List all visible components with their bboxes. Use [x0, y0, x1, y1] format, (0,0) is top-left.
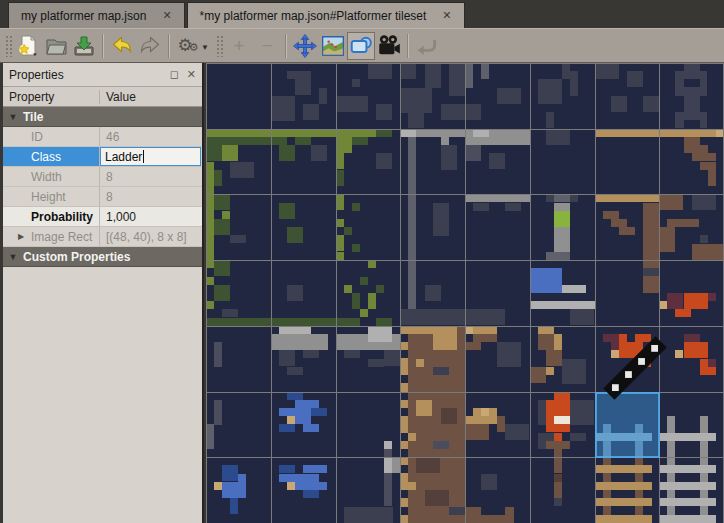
- chevron-down-icon: ▼: [201, 43, 209, 52]
- undo-button[interactable]: [108, 32, 136, 60]
- open-folder-icon: [44, 34, 68, 58]
- property-label: ▶Image Rect: [3, 227, 100, 246]
- property-value: 8: [100, 187, 202, 206]
- property-row-height[interactable]: Height 8: [3, 187, 202, 207]
- close-icon[interactable]: ✕: [162, 10, 171, 21]
- properties-header: Property Value: [3, 87, 202, 107]
- column-header-property: Property: [3, 90, 100, 104]
- movie-camera-icon: [376, 33, 402, 59]
- property-row-width[interactable]: Width 8: [3, 167, 202, 187]
- close-panel-icon[interactable]: ✕: [187, 69, 196, 80]
- group-row-tile[interactable]: ▼ Tile: [3, 107, 202, 127]
- map-image-icon: [321, 34, 345, 58]
- collapse-triangle-icon[interactable]: ▼: [3, 112, 23, 122]
- select-tiles-tool-button[interactable]: [347, 32, 375, 60]
- property-label: Width: [3, 167, 100, 186]
- save-button[interactable]: [70, 32, 98, 60]
- jump-back-button[interactable]: [413, 32, 441, 60]
- tile-animation-editor-button[interactable]: [375, 32, 403, 60]
- plus-icon: +: [233, 35, 244, 57]
- collapse-triangle-icon[interactable]: ▼: [3, 252, 23, 262]
- toolbar-grip[interactable]: [216, 35, 223, 57]
- property-value: Ladder: [100, 147, 202, 166]
- toolbar-separator: [407, 34, 409, 58]
- tiled-editor-window: my platformer map.json ✕ *my platformer …: [0, 0, 724, 523]
- column-header-value: Value: [100, 90, 136, 104]
- properties-panel: Properties ◻ ✕ Property Value ▼ Tile ID …: [3, 63, 204, 523]
- document-tabbar: my platformer map.json ✕ *my platformer …: [0, 0, 724, 28]
- tab-tileset-document[interactable]: *my platformer map.json#Platformer tiles…: [187, 2, 465, 28]
- new-file-icon: [16, 34, 40, 58]
- text-caret: [143, 150, 144, 163]
- open-file-button[interactable]: [42, 32, 70, 60]
- toolbar-grip[interactable]: [5, 35, 12, 57]
- minus-icon: −: [261, 35, 272, 57]
- tab-label: *my platformer map.json#Platformer tiles…: [200, 9, 427, 23]
- move-arrows-icon: [293, 34, 317, 58]
- new-map-button[interactable]: [14, 32, 42, 60]
- group-row-custom-properties[interactable]: ▼ Custom Properties: [3, 247, 202, 267]
- add-tiles-button[interactable]: +: [225, 32, 253, 60]
- save-icon: [72, 34, 96, 58]
- property-row-image-rect[interactable]: ▶Image Rect [(48, 40), 8 x 8]: [3, 227, 202, 247]
- property-value: 1,000: [100, 207, 202, 226]
- properties-titlebar[interactable]: Properties ◻ ✕: [3, 63, 202, 87]
- tab-map-document[interactable]: my platformer map.json ✕: [8, 2, 185, 28]
- property-label: ID: [3, 127, 100, 146]
- main-toolbar: ⚙⚙ ▼ + −: [0, 28, 724, 63]
- tileset-canvas[interactable]: [204, 63, 724, 523]
- panel-title: Properties: [9, 68, 162, 82]
- float-panel-icon[interactable]: ◻: [170, 69, 179, 80]
- expand-triangle-icon[interactable]: ▶: [11, 232, 31, 241]
- tileset-image-button[interactable]: [319, 32, 347, 60]
- group-label: Custom Properties: [23, 250, 130, 264]
- tileset-view: [204, 63, 724, 523]
- move-tool-button[interactable]: [291, 32, 319, 60]
- property-label: Probability: [3, 207, 100, 226]
- property-row-probability[interactable]: Probability 1,000: [3, 207, 202, 227]
- property-value: 8: [100, 167, 202, 186]
- property-label: Height: [3, 187, 100, 206]
- toolbar-separator: [102, 34, 104, 58]
- redo-button[interactable]: [136, 32, 164, 60]
- property-row-id[interactable]: ID 46: [3, 127, 202, 147]
- rect-ellipse-select-icon: [349, 34, 373, 58]
- tab-label: my platformer map.json: [21, 9, 146, 23]
- property-value: [(48, 40), 8 x 8]: [100, 227, 202, 246]
- return-arrow-icon: [415, 34, 439, 58]
- property-label: Class: [3, 147, 100, 166]
- property-row-class[interactable]: Class Ladder: [3, 147, 202, 167]
- class-edit-field[interactable]: Ladder: [100, 147, 201, 166]
- gears-icon: ⚙⚙: [177, 37, 198, 54]
- toolbar-separator: [285, 34, 287, 58]
- close-icon[interactable]: ✕: [442, 10, 451, 21]
- execute-commands-button[interactable]: ⚙⚙ ▼: [174, 32, 202, 60]
- property-value: 46: [100, 127, 202, 146]
- toolbar-separator: [168, 34, 170, 58]
- redo-icon: [138, 34, 162, 58]
- remove-tiles-button[interactable]: −: [253, 32, 281, 60]
- group-label: Tile: [23, 110, 43, 124]
- undo-icon: [110, 34, 134, 58]
